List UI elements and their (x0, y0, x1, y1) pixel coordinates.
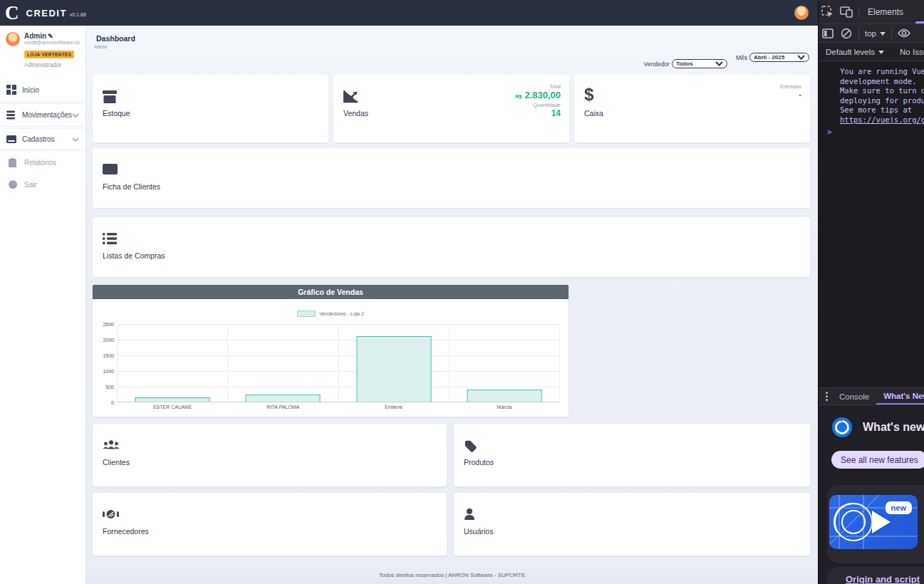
topbar-user-avatar[interactable] (794, 6, 809, 20)
caixa-stats: Entradas - (780, 83, 801, 98)
y-axis-tick: 1000 (103, 369, 114, 374)
console-prompt[interactable]: > (827, 127, 832, 137)
eye-icon[interactable] (895, 24, 913, 43)
divider (858, 6, 859, 18)
active-tab-underline (915, 21, 924, 24)
users-group-icon (103, 439, 120, 451)
chart-line-icon (343, 90, 358, 103)
sidebar-item-relatorios[interactable]: Relatórios (0, 152, 85, 174)
store-badge: LOJA VERTENTES (24, 51, 74, 58)
list-icon (103, 233, 117, 244)
card-label: Usuários (464, 527, 493, 536)
grid-icon (6, 85, 18, 95)
y-axis-tick: 1500 (103, 353, 114, 358)
bar-Márcia[interactable] (467, 390, 541, 402)
y-axis-tick: 500 (105, 385, 114, 390)
log-levels-dropdown[interactable]: Default levels (819, 48, 888, 56)
whats-new-panel: What's new See all new features new Orig… (819, 405, 924, 584)
entradas-label: Entradas (780, 83, 801, 90)
sidebar-item-inicio[interactable]: Início (0, 78, 85, 102)
video-thumbnail[interactable]: new (829, 495, 918, 549)
origin-article-link[interactable]: Origin and script (846, 574, 920, 584)
divider (858, 28, 859, 39)
estoque-card[interactable]: Estoque (93, 75, 328, 142)
card-label: Ficha de Clientes (103, 182, 160, 191)
mes-label: Mês (736, 54, 747, 61)
profile-name: Admin✎ (24, 32, 80, 40)
bar-slot: Emilene (339, 324, 450, 402)
vendedor-label: Vendedor (644, 61, 670, 68)
devtools-toolbar: top (819, 24, 924, 43)
sidebar-item-movimentacoes[interactable]: Movimentações (0, 103, 85, 127)
dock-side-icon[interactable] (819, 24, 837, 43)
vendas-card[interactable]: Vendas Total R$ 2.830,00 Quantidade 14 (333, 75, 569, 142)
bar-ESTER CAUANE[interactable] (135, 397, 210, 402)
vendas-stats: Total R$ 2.830,00 Quantidade 14 (515, 83, 561, 118)
card-label: Listas de Compras (103, 251, 165, 260)
app-version: v0.1.88 (70, 12, 86, 17)
devtools-tabbar: Elements (819, 0, 924, 24)
sidebar-item-cadastros[interactable]: Cadastros (0, 128, 85, 150)
inspect-element-icon[interactable] (819, 3, 837, 21)
listas-compras-card[interactable]: Listas de Compras (93, 217, 810, 277)
edit-profile-icon[interactable]: ✎ (48, 33, 53, 40)
ficha-clientes-card[interactable]: Ficha de Clientes (93, 148, 810, 208)
vuejs-link[interactable]: https://vuejs.org/g (840, 115, 924, 124)
produtos-card[interactable]: Produtos (454, 424, 810, 486)
more-options-icon[interactable] (826, 392, 828, 401)
y-axis-tick: 2500 (103, 322, 114, 327)
caret-down-icon (878, 51, 884, 54)
chevron-down-icon (797, 55, 805, 60)
vendedor-select[interactable]: Todos (672, 59, 727, 68)
issues-counter[interactable]: No Issues (894, 48, 924, 56)
profile-avatar[interactable] (6, 32, 20, 46)
bar-slot: ESTER CAUANE (117, 324, 228, 402)
chevron-down-icon (72, 113, 79, 118)
card-label: Clientes (103, 458, 130, 466)
new-badge: new (886, 501, 912, 514)
chart-legend[interactable]: Vendedores - Loja 2 (93, 311, 569, 317)
x-axis-label: RITA PALOMA (228, 405, 338, 410)
device-toolbar-icon[interactable] (837, 3, 856, 21)
total-label: Total (515, 83, 561, 90)
card-icon (6, 135, 18, 143)
y-axis-tick: 0 (111, 400, 114, 405)
console-messages: You are running Vuedevelopment mode.Make… (819, 61, 924, 388)
clipboard-icon (9, 158, 20, 167)
sidebar-item-sair[interactable]: Sair (0, 174, 85, 195)
bar-RITA PALOMA[interactable] (246, 395, 321, 402)
bar-Emilene[interactable] (356, 336, 431, 402)
context-selector[interactable]: top (862, 29, 888, 38)
mes-select[interactable]: Abril - 2025 (749, 53, 809, 62)
breadcrumb: Início (94, 43, 107, 50)
sidebar-item-label: Sair (24, 181, 37, 189)
tab-console[interactable]: Console (832, 388, 876, 405)
bar-slot: Márcia (450, 324, 560, 402)
dashboard-main: Dashboard Início Vendedor Todos Mês Abri… (86, 26, 818, 584)
chart-title: Gráfico de Vendas (93, 285, 569, 299)
credit-app: C CREDIT v0.1.88 Admin✎ credit@anronsoft… (0, 0, 818, 584)
quantidade-value: 14 (515, 108, 561, 118)
quantidade-label: Quantidade (515, 102, 561, 108)
sidebar-item-label: Relatórios (24, 159, 56, 167)
x-axis-label: Márcia (450, 405, 559, 410)
see-all-features-button[interactable]: See all new features (831, 451, 924, 469)
tab-whats-new[interactable]: What's New (876, 388, 924, 405)
profile-block: Admin✎ credit@anronsoftware.co... LOJA V… (0, 26, 85, 73)
sales-chart-card: Gráfico de Vendas Vendedores - Loja 2 05… (93, 285, 569, 417)
tab-elements[interactable]: Elements (862, 7, 909, 17)
tag-icon (464, 439, 477, 453)
sidebar-menu: Início Movimentações Cadastros (0, 78, 85, 195)
sidebar-item-label: Início (22, 86, 39, 94)
fornecedores-card[interactable]: Fornecedores (93, 493, 447, 556)
page-title: Dashboard (96, 34, 135, 43)
clientes-card[interactable]: Clientes (93, 424, 447, 486)
console-levels-bar: Default levels No Issues (819, 43, 924, 61)
usuarios-card[interactable]: Usuários (454, 493, 810, 556)
chromium-logo-icon (831, 417, 853, 438)
divider (891, 28, 892, 39)
play-icon (872, 511, 891, 533)
legend-swatch (297, 311, 316, 317)
caixa-card[interactable]: $ Caixa Entradas - (574, 75, 810, 142)
clear-console-icon[interactable] (837, 24, 856, 43)
